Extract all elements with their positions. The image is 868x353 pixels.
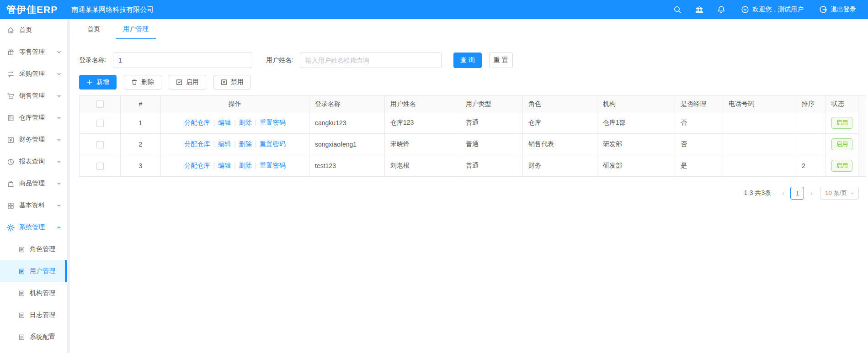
cell-type: 普通 xyxy=(460,134,523,155)
search-icon[interactable] xyxy=(673,5,682,14)
select-all-checkbox[interactable] xyxy=(96,100,104,108)
status-badge[interactable]: 启用 xyxy=(831,160,852,172)
row-checkbox[interactable] xyxy=(96,141,104,148)
sidebar-subitem-users[interactable]: 用户管理 xyxy=(0,260,67,282)
sidebar-subitem-label: 系统配置 xyxy=(30,333,55,341)
edit-link[interactable]: 编辑 xyxy=(218,162,231,169)
chevron-down-icon xyxy=(57,159,61,164)
assign-warehouse-link[interactable]: 分配仓库 xyxy=(185,140,210,148)
cart-icon xyxy=(7,92,15,100)
edit-link[interactable]: 编辑 xyxy=(218,140,231,148)
document-icon xyxy=(18,312,25,319)
user-name-input[interactable] xyxy=(300,53,442,68)
sidebar-subitem-logs[interactable]: 日志管理 xyxy=(0,304,67,326)
col-org: 机构 xyxy=(597,96,675,112)
assign-warehouse-link[interactable]: 分配仓库 xyxy=(185,162,210,169)
add-button[interactable]: 新增 xyxy=(79,75,117,90)
reset-button[interactable]: 重 置 xyxy=(489,53,513,68)
sidebar-divider xyxy=(67,19,70,353)
next-page-icon[interactable]: › xyxy=(807,190,816,197)
op-separator: | xyxy=(234,140,236,148)
cell-name: 刘老根 xyxy=(385,155,460,177)
delete-link[interactable]: 删除 xyxy=(239,162,252,169)
bell-icon[interactable] xyxy=(717,5,725,14)
current-page[interactable]: 1 xyxy=(790,187,804,200)
delete-link[interactable]: 删除 xyxy=(239,119,252,126)
user-table: # 操作 登录名称 用户姓名 用户类型 角色 机构 是否经理 电话号码 排序 状… xyxy=(79,95,859,177)
sidebar-item-retail[interactable]: 零售管理 xyxy=(0,41,67,63)
status-badge[interactable]: 启用 xyxy=(831,117,852,129)
sidebar-item-purchase[interactable]: 采购管理 xyxy=(0,63,67,85)
sidebar-item-goods[interactable]: 商品管理 xyxy=(0,173,67,195)
cell-sort xyxy=(796,112,826,134)
sidebar-subitem-orgs[interactable]: 机构管理 xyxy=(0,282,67,304)
sidebar-item-label: 采购管理 xyxy=(19,70,45,78)
table-row: 1 分配仓库|编辑|删除|重置密码 cangku123 仓库123 普通 仓库 … xyxy=(80,112,858,134)
chevron-down-icon xyxy=(57,203,61,208)
page-size-select[interactable]: 10 条/页 xyxy=(820,187,859,200)
user-menu[interactable]: 欢迎您，测试用户 xyxy=(741,5,804,14)
row-checkbox[interactable] xyxy=(96,163,104,170)
table-row: 3 分配仓库|编辑|删除|重置密码 test123 刘老根 普通 财务 研发部 … xyxy=(80,155,858,177)
search-button[interactable]: 查 询 xyxy=(453,53,482,68)
sidebar-item-sales[interactable]: 销售管理 xyxy=(0,85,67,107)
table-scrollbar-gutter[interactable] xyxy=(858,95,866,177)
sidebar-item-home[interactable]: 首页 xyxy=(0,19,67,41)
sidebar-item-finance[interactable]: 财务管理 xyxy=(0,129,67,151)
sidebar-item-reports[interactable]: 报表查询 xyxy=(0,151,67,173)
col-sort: 排序 xyxy=(796,96,826,112)
gear-icon xyxy=(7,224,15,232)
sidebar-item-label: 基本资料 xyxy=(19,201,45,210)
tab-home[interactable]: 首页 xyxy=(80,19,107,39)
sidebar-item-system[interactable]: 系统管理 xyxy=(0,216,67,238)
login-name-input[interactable] xyxy=(113,53,252,68)
grid-icon xyxy=(7,202,15,210)
chevron-down-icon xyxy=(57,116,61,120)
col-name: 用户姓名 xyxy=(385,96,460,112)
header-right: 欢迎您，测试用户 退出登录 xyxy=(660,5,856,14)
add-label: 新增 xyxy=(96,78,109,86)
reset-password-link[interactable]: 重置密码 xyxy=(260,119,285,126)
bank-icon[interactable] xyxy=(695,5,703,14)
status-badge[interactable]: 启用 xyxy=(831,138,852,150)
tab-user-management[interactable]: 用户管理 xyxy=(116,19,156,39)
cell-manager: 是 xyxy=(675,155,723,177)
page-size-value: 10 条/页 xyxy=(825,189,847,197)
enable-button[interactable]: 启用 xyxy=(169,75,206,90)
reset-password-link[interactable]: 重置密码 xyxy=(260,140,285,148)
cell-type: 普通 xyxy=(460,155,523,177)
disable-button[interactable]: 禁用 xyxy=(213,75,251,90)
prev-page-icon[interactable]: ‹ xyxy=(778,190,788,197)
logout-button[interactable]: 退出登录 xyxy=(819,5,856,14)
sidebar-item-label: 系统管理 xyxy=(19,223,45,232)
delete-button[interactable]: 删除 xyxy=(124,75,161,90)
sidebar-subitem-label: 日志管理 xyxy=(30,311,55,319)
op-separator: | xyxy=(213,119,215,126)
sidebar-item-warehouse[interactable]: 仓库管理 xyxy=(0,107,67,129)
col-status: 状态 xyxy=(826,96,858,112)
assign-warehouse-link[interactable]: 分配仓库 xyxy=(185,119,210,126)
cell-name: 宋晓锋 xyxy=(385,134,460,155)
sidebar-subitem-roles[interactable]: 角色管理 xyxy=(0,238,67,260)
op-separator: | xyxy=(234,162,236,169)
cell-sort xyxy=(796,134,826,155)
table-row: 2 分配仓库|编辑|删除|重置密码 songxiaofeng1 宋晓锋 普通 销… xyxy=(80,134,858,155)
reset-password-link[interactable]: 重置密码 xyxy=(260,162,285,169)
pagination: 1-3 共3条 ‹ 1 › 10 条/页 xyxy=(79,187,859,200)
col-manager: 是否经理 xyxy=(675,96,723,112)
row-checkbox[interactable] xyxy=(96,120,104,127)
tab-bar: 首页 用户管理 xyxy=(70,19,868,39)
sidebar: 首页 零售管理 采购管理 销售管理 仓库管理 财务管理 xyxy=(0,19,67,353)
edit-link[interactable]: 编辑 xyxy=(218,119,231,126)
sidebar-item-label: 报表查询 xyxy=(19,158,45,166)
chevron-down-icon xyxy=(57,137,61,142)
welcome-text: 欢迎您，测试用户 xyxy=(752,5,804,14)
col-type: 用户类型 xyxy=(460,96,523,112)
delete-link[interactable]: 删除 xyxy=(239,140,252,148)
op-separator: | xyxy=(213,140,215,148)
cell-ops: 分配仓库|编辑|删除|重置密码 xyxy=(161,155,309,177)
sidebar-item-basedata[interactable]: 基本资料 xyxy=(0,195,67,216)
cell-ops: 分配仓库|编辑|删除|重置密码 xyxy=(161,112,309,134)
cell-role: 销售代表 xyxy=(523,134,597,155)
sidebar-subitem-config[interactable]: 系统配置 xyxy=(0,326,67,348)
